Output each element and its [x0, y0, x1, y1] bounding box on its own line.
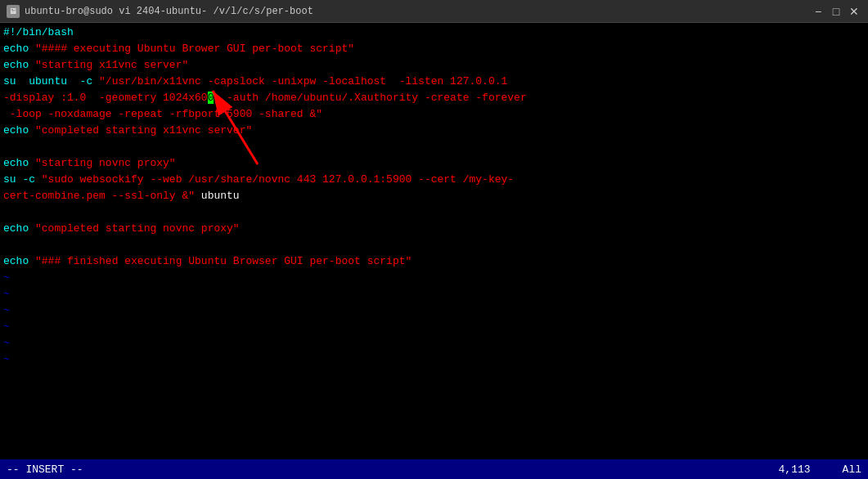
editor-line-21: ~: [3, 351, 865, 368]
window-controls: − □ ✕: [811, 4, 861, 19]
editor-line-6: -loop -noxdamage -repeat -rfbport 5900 -…: [3, 106, 865, 123]
editor-line-20: ~: [3, 335, 865, 351]
terminal-icon: 🖥: [7, 5, 20, 18]
cursor-position: 4,113 All: [779, 463, 861, 476]
editor-line-8: [3, 139, 865, 155]
editor-line-16: ~: [3, 270, 865, 286]
titlebar-left: 🖥 ubuntu-bro@sudo vi 2404-ubuntu- /v/l/c…: [7, 5, 313, 18]
titlebar: 🖥 ubuntu-bro@sudo vi 2404-ubuntu- /v/l/c…: [0, 0, 868, 23]
editor-line-3: echo "starting x11vnc server": [3, 57, 865, 74]
editor-line-18: ~: [3, 302, 865, 319]
editor-line-2: echo "#### executing Ubuntu Brower GUI p…: [3, 41, 865, 57]
editor-line-14: [3, 237, 865, 253]
editor-line-19: ~: [3, 319, 865, 335]
minimize-button[interactable]: −: [811, 4, 825, 19]
editor-line-5: -display :1.0 -geometry 1024x600 -auth /…: [3, 90, 865, 106]
editor-line-9: echo "starting novnc proxy": [3, 155, 865, 172]
statusbar: -- INSERT -- 4,113 All: [0, 459, 868, 479]
editor-line-4: su ubuntu -c "/usr/bin/x11vnc -capslock …: [3, 74, 865, 90]
editor-line-1: #!/bin/bash: [3, 25, 865, 41]
editor-line-13: echo "completed starting novnc proxy": [3, 221, 865, 237]
editor-line-17: ~: [3, 286, 865, 302]
editor-line-11: cert-combine.pem --ssl-only &" ubuntu: [3, 188, 865, 204]
window-title: ubuntu-bro@sudo vi 2404-ubuntu- /v/l/c/s…: [25, 6, 313, 17]
maximize-button[interactable]: □: [829, 4, 843, 19]
vim-mode: -- INSERT --: [7, 463, 83, 476]
editor-area: #!/bin/bash echo "#### executing Ubuntu …: [0, 23, 868, 459]
close-button[interactable]: ✕: [847, 4, 861, 19]
editor-line-7: echo "completed starting x11vnc server": [3, 123, 865, 139]
editor-line-12: [3, 204, 865, 221]
editor-line-10: su -c "sudo websockify --web /usr/share/…: [3, 172, 865, 188]
editor-line-15: echo "### finished executing Ubuntu Brow…: [3, 253, 865, 270]
